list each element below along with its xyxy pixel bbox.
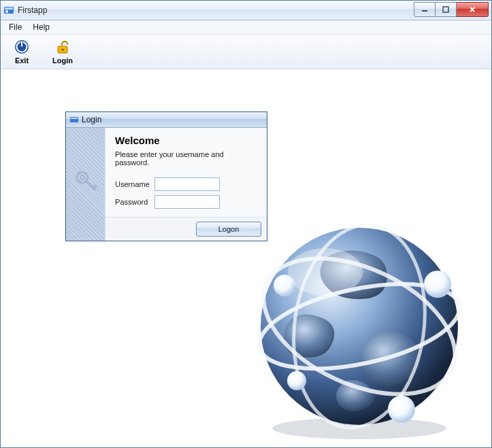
username-input[interactable] <box>154 177 220 191</box>
username-label: Username <box>115 180 154 188</box>
svg-rect-1 <box>5 7 13 10</box>
dialog-side-stripe <box>66 128 105 241</box>
close-icon <box>469 6 476 13</box>
window-title: Firstapp <box>18 5 47 15</box>
login-dialog: Login Welcome Please enter your username… <box>65 111 267 241</box>
svg-point-2 <box>5 10 8 13</box>
svg-point-23 <box>388 396 415 423</box>
client-area: Login Welcome Please enter your username… <box>1 69 491 447</box>
dialog-icon <box>69 115 79 124</box>
window-controls <box>414 2 489 16</box>
app-icon <box>3 5 14 16</box>
menu-file[interactable]: File <box>3 21 27 33</box>
unlock-icon <box>54 39 71 55</box>
minimize-icon <box>421 6 428 13</box>
svg-point-25 <box>288 248 363 296</box>
maximize-icon <box>442 6 449 13</box>
globe-image <box>244 211 475 442</box>
welcome-heading: Welcome <box>115 135 257 146</box>
svg-point-24 <box>287 371 306 390</box>
svg-point-11 <box>62 49 64 51</box>
login-label: Login <box>52 56 73 65</box>
toolbar: Exit Login <box>1 35 491 69</box>
svg-rect-13 <box>71 118 78 119</box>
app-window: Firstapp File Help Exit <box>0 0 492 448</box>
login-button[interactable]: Login <box>48 39 77 65</box>
svg-rect-3 <box>422 10 427 12</box>
minimize-button[interactable] <box>414 2 436 17</box>
power-icon <box>14 39 30 55</box>
password-input[interactable] <box>154 195 220 209</box>
titlebar: Firstapp <box>1 1 491 20</box>
dialog-main: Welcome Please enter your username and p… <box>105 128 267 218</box>
svg-point-22 <box>424 271 451 298</box>
key-icon <box>74 169 97 199</box>
exit-button[interactable]: Exit <box>7 39 36 65</box>
svg-point-15 <box>80 175 84 179</box>
maximize-button[interactable] <box>436 2 457 17</box>
dialog-footer: Logon <box>105 218 267 241</box>
exit-label: Exit <box>15 56 29 65</box>
menu-help[interactable]: Help <box>27 21 55 33</box>
password-label: Password <box>115 198 154 206</box>
close-button[interactable] <box>457 2 489 17</box>
menubar: File Help <box>1 20 491 35</box>
dialog-titlebar: Login <box>66 112 267 128</box>
svg-rect-9 <box>21 41 22 46</box>
dialog-title: Login <box>82 115 101 124</box>
svg-rect-4 <box>443 7 448 12</box>
instruction-text: Please enter your username and password. <box>115 150 257 167</box>
